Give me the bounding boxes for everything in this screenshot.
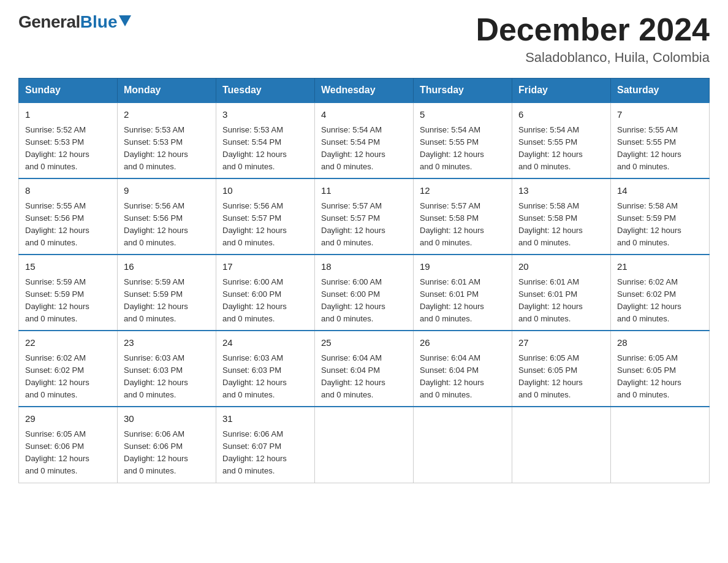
day-number: 17 xyxy=(222,260,308,274)
day-info: Sunrise: 5:58 AMSunset: 5:59 PMDaylight:… xyxy=(617,200,703,250)
day-number: 26 xyxy=(420,336,506,350)
day-info: Sunrise: 5:57 AMSunset: 5:57 PMDaylight:… xyxy=(321,200,407,250)
weekday-header-friday: Friday xyxy=(512,79,611,103)
day-info: Sunrise: 6:04 AMSunset: 6:04 PMDaylight:… xyxy=(420,352,506,402)
calendar-cell: 15Sunrise: 5:59 AMSunset: 5:59 PMDayligh… xyxy=(19,255,118,331)
calendar-cell: 18Sunrise: 6:00 AMSunset: 6:00 PMDayligh… xyxy=(315,255,414,331)
logo-general-text: General xyxy=(18,12,80,32)
day-info: Sunrise: 5:53 AMSunset: 5:54 PMDaylight:… xyxy=(222,124,308,174)
calendar-cell: 25Sunrise: 6:04 AMSunset: 6:04 PMDayligh… xyxy=(315,331,414,407)
logo-blue-text: Blue xyxy=(80,12,118,32)
day-number: 14 xyxy=(617,184,703,198)
calendar-cell: 7Sunrise: 5:55 AMSunset: 5:55 PMDaylight… xyxy=(611,102,710,178)
day-info: Sunrise: 5:56 AMSunset: 5:57 PMDaylight:… xyxy=(222,200,308,250)
day-number: 10 xyxy=(222,184,308,198)
calendar-cell: 3Sunrise: 5:53 AMSunset: 5:54 PMDaylight… xyxy=(216,102,315,178)
day-number: 18 xyxy=(321,260,407,274)
weekday-header-thursday: Thursday xyxy=(414,79,512,103)
day-number: 3 xyxy=(222,108,308,122)
calendar-cell: 31Sunrise: 6:06 AMSunset: 6:07 PMDayligh… xyxy=(216,407,315,483)
calendar-cell: 28Sunrise: 6:05 AMSunset: 6:05 PMDayligh… xyxy=(611,331,710,407)
calendar-cell: 23Sunrise: 6:03 AMSunset: 6:03 PMDayligh… xyxy=(118,331,216,407)
day-info: Sunrise: 5:58 AMSunset: 5:58 PMDaylight:… xyxy=(518,200,604,250)
day-info: Sunrise: 6:01 AMSunset: 6:01 PMDaylight:… xyxy=(420,276,506,326)
weekday-header-sunday: Sunday xyxy=(19,79,118,103)
day-number: 9 xyxy=(124,184,210,198)
calendar-cell: 30Sunrise: 6:06 AMSunset: 6:06 PMDayligh… xyxy=(118,407,216,483)
day-info: Sunrise: 6:03 AMSunset: 6:03 PMDaylight:… xyxy=(124,352,210,402)
calendar-cell: 16Sunrise: 5:59 AMSunset: 5:59 PMDayligh… xyxy=(118,255,216,331)
day-info: Sunrise: 5:55 AMSunset: 5:55 PMDaylight:… xyxy=(617,124,703,174)
calendar-cell: 19Sunrise: 6:01 AMSunset: 6:01 PMDayligh… xyxy=(414,255,512,331)
day-number: 30 xyxy=(124,412,210,426)
week-row-1: 1Sunrise: 5:52 AMSunset: 5:53 PMDaylight… xyxy=(19,102,710,178)
day-info: Sunrise: 5:56 AMSunset: 5:56 PMDaylight:… xyxy=(124,200,210,250)
week-row-2: 8Sunrise: 5:55 AMSunset: 5:56 PMDaylight… xyxy=(19,178,710,255)
day-number: 29 xyxy=(25,412,111,426)
day-info: Sunrise: 5:59 AMSunset: 5:59 PMDaylight:… xyxy=(124,276,210,326)
calendar-cell: 1Sunrise: 5:52 AMSunset: 5:53 PMDaylight… xyxy=(19,102,118,178)
day-info: Sunrise: 6:05 AMSunset: 6:05 PMDaylight:… xyxy=(617,352,703,402)
day-number: 1 xyxy=(25,108,111,122)
week-row-5: 29Sunrise: 6:05 AMSunset: 6:06 PMDayligh… xyxy=(19,407,710,483)
day-number: 25 xyxy=(321,336,407,350)
title-section: December 2024 Saladoblanco, Huila, Colom… xyxy=(476,12,710,66)
day-info: Sunrise: 5:54 AMSunset: 5:55 PMDaylight:… xyxy=(420,124,506,174)
day-number: 7 xyxy=(617,108,703,122)
calendar-cell: 11Sunrise: 5:57 AMSunset: 5:57 PMDayligh… xyxy=(315,178,414,255)
weekday-header-tuesday: Tuesday xyxy=(216,79,315,103)
logo-blue-part: Blue xyxy=(80,12,132,32)
calendar-cell: 22Sunrise: 6:02 AMSunset: 6:02 PMDayligh… xyxy=(19,331,118,407)
day-info: Sunrise: 6:00 AMSunset: 6:00 PMDaylight:… xyxy=(321,276,407,326)
day-info: Sunrise: 5:53 AMSunset: 5:53 PMDaylight:… xyxy=(124,124,210,174)
calendar-cell: 10Sunrise: 5:56 AMSunset: 5:57 PMDayligh… xyxy=(216,178,315,255)
day-info: Sunrise: 6:05 AMSunset: 6:05 PMDaylight:… xyxy=(518,352,604,402)
logo-triangle-icon xyxy=(119,15,131,26)
weekday-header-wednesday: Wednesday xyxy=(315,79,414,103)
day-info: Sunrise: 6:02 AMSunset: 6:02 PMDaylight:… xyxy=(25,352,111,402)
calendar-cell: 24Sunrise: 6:03 AMSunset: 6:03 PMDayligh… xyxy=(216,331,315,407)
calendar-cell: 26Sunrise: 6:04 AMSunset: 6:04 PMDayligh… xyxy=(414,331,512,407)
day-info: Sunrise: 6:00 AMSunset: 6:00 PMDaylight:… xyxy=(222,276,308,326)
calendar-cell: 13Sunrise: 5:58 AMSunset: 5:58 PMDayligh… xyxy=(512,178,611,255)
calendar-cell xyxy=(414,407,512,483)
day-info: Sunrise: 5:59 AMSunset: 5:59 PMDaylight:… xyxy=(25,276,111,326)
calendar-cell: 2Sunrise: 5:53 AMSunset: 5:53 PMDaylight… xyxy=(118,102,216,178)
day-number: 24 xyxy=(222,336,308,350)
calendar-cell: 9Sunrise: 5:56 AMSunset: 5:56 PMDaylight… xyxy=(118,178,216,255)
day-info: Sunrise: 6:02 AMSunset: 6:02 PMDaylight:… xyxy=(617,276,703,326)
week-row-4: 22Sunrise: 6:02 AMSunset: 6:02 PMDayligh… xyxy=(19,331,710,407)
location-subtitle: Saladoblanco, Huila, Colombia xyxy=(476,50,710,66)
day-info: Sunrise: 6:06 AMSunset: 6:07 PMDaylight:… xyxy=(222,428,308,478)
calendar-cell: 8Sunrise: 5:55 AMSunset: 5:56 PMDaylight… xyxy=(19,178,118,255)
week-row-3: 15Sunrise: 5:59 AMSunset: 5:59 PMDayligh… xyxy=(19,255,710,331)
day-info: Sunrise: 6:03 AMSunset: 6:03 PMDaylight:… xyxy=(222,352,308,402)
day-number: 31 xyxy=(222,412,308,426)
day-number: 2 xyxy=(124,108,210,122)
day-info: Sunrise: 5:55 AMSunset: 5:56 PMDaylight:… xyxy=(25,200,111,250)
day-number: 13 xyxy=(518,184,604,198)
day-number: 12 xyxy=(420,184,506,198)
day-number: 16 xyxy=(124,260,210,274)
calendar-table: SundayMondayTuesdayWednesdayThursdayFrid… xyxy=(18,78,710,483)
day-info: Sunrise: 5:57 AMSunset: 5:58 PMDaylight:… xyxy=(420,200,506,250)
page-header: General Blue December 2024 Saladoblanco,… xyxy=(18,12,710,66)
day-number: 6 xyxy=(518,108,604,122)
calendar-cell: 6Sunrise: 5:54 AMSunset: 5:55 PMDaylight… xyxy=(512,102,611,178)
month-title: December 2024 xyxy=(476,12,710,47)
day-info: Sunrise: 5:52 AMSunset: 5:53 PMDaylight:… xyxy=(25,124,111,174)
day-number: 5 xyxy=(420,108,506,122)
calendar-cell: 27Sunrise: 6:05 AMSunset: 6:05 PMDayligh… xyxy=(512,331,611,407)
day-number: 28 xyxy=(617,336,703,350)
calendar-cell: 4Sunrise: 5:54 AMSunset: 5:54 PMDaylight… xyxy=(315,102,414,178)
calendar-cell xyxy=(315,407,414,483)
day-number: 19 xyxy=(420,260,506,274)
day-number: 23 xyxy=(124,336,210,350)
calendar-cell: 29Sunrise: 6:05 AMSunset: 6:06 PMDayligh… xyxy=(19,407,118,483)
day-number: 22 xyxy=(25,336,111,350)
day-info: Sunrise: 6:01 AMSunset: 6:01 PMDaylight:… xyxy=(518,276,604,326)
day-number: 8 xyxy=(25,184,111,198)
logo: General Blue xyxy=(18,12,131,32)
calendar-cell xyxy=(611,407,710,483)
day-info: Sunrise: 5:54 AMSunset: 5:54 PMDaylight:… xyxy=(321,124,407,174)
